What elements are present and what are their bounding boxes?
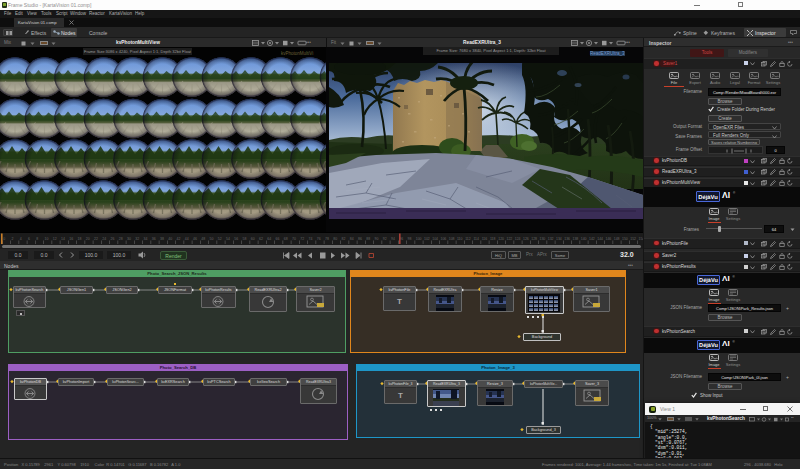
svg-text:6: 6 xyxy=(28,237,30,241)
svg-text:74: 74 xyxy=(308,237,312,241)
svg-text:134: 134 xyxy=(556,237,562,241)
svg-text:36: 36 xyxy=(152,237,156,241)
svg-text:48: 48 xyxy=(201,237,205,241)
svg-text:110: 110 xyxy=(457,237,463,241)
svg-text:136: 136 xyxy=(564,237,570,241)
svg-text:46: 46 xyxy=(193,237,197,241)
svg-text:148: 148 xyxy=(614,237,620,241)
svg-text:2: 2 xyxy=(11,237,13,241)
svg-text:72: 72 xyxy=(300,237,304,241)
svg-text:142: 142 xyxy=(589,237,595,241)
svg-text:60: 60 xyxy=(251,237,255,241)
svg-text:64: 64 xyxy=(267,237,271,241)
svg-text:56: 56 xyxy=(234,237,238,241)
svg-text:58: 58 xyxy=(242,237,246,241)
svg-text:10: 10 xyxy=(44,237,48,241)
svg-text:66: 66 xyxy=(275,237,279,241)
svg-text:86: 86 xyxy=(358,237,362,241)
svg-text:28: 28 xyxy=(119,237,123,241)
svg-text:146: 146 xyxy=(605,237,611,241)
svg-text:42: 42 xyxy=(176,237,180,241)
svg-text:20: 20 xyxy=(86,237,90,241)
svg-text:114: 114 xyxy=(473,237,479,241)
svg-text:90: 90 xyxy=(374,237,378,241)
svg-text:44: 44 xyxy=(185,237,189,241)
svg-text:122: 122 xyxy=(506,237,512,241)
svg-text:138: 138 xyxy=(572,237,578,241)
svg-text:40: 40 xyxy=(168,237,172,241)
svg-text:12: 12 xyxy=(53,237,57,241)
svg-text:118: 118 xyxy=(490,237,496,241)
svg-text:92: 92 xyxy=(383,237,387,241)
svg-text:100: 100 xyxy=(416,237,422,241)
svg-text:14: 14 xyxy=(61,237,65,241)
svg-text:106: 106 xyxy=(440,237,446,241)
svg-text:34: 34 xyxy=(143,237,147,241)
svg-text:102: 102 xyxy=(424,237,430,241)
svg-text:62: 62 xyxy=(259,237,263,241)
svg-text:82: 82 xyxy=(341,237,345,241)
svg-text:152: 152 xyxy=(630,237,636,241)
svg-text:16: 16 xyxy=(69,237,73,241)
svg-text:38: 38 xyxy=(160,237,164,241)
svg-text:108: 108 xyxy=(449,237,455,241)
svg-text:68: 68 xyxy=(284,237,288,241)
svg-text:132: 132 xyxy=(548,237,554,241)
svg-text:8: 8 xyxy=(36,237,38,241)
svg-text:150: 150 xyxy=(622,237,628,241)
svg-text:32: 32 xyxy=(135,237,139,241)
svg-text:80: 80 xyxy=(333,237,337,241)
svg-text:78: 78 xyxy=(325,237,329,241)
svg-text:26: 26 xyxy=(110,237,114,241)
svg-text:30: 30 xyxy=(127,237,131,241)
svg-text:112: 112 xyxy=(465,237,471,241)
svg-text:4: 4 xyxy=(20,237,22,241)
svg-text:54: 54 xyxy=(226,237,230,241)
svg-text:126: 126 xyxy=(523,237,529,241)
svg-text:140: 140 xyxy=(581,237,587,241)
svg-text:52: 52 xyxy=(218,237,222,241)
svg-text:104: 104 xyxy=(432,237,438,241)
svg-text:88: 88 xyxy=(366,237,370,241)
svg-text:76: 76 xyxy=(317,237,321,241)
svg-text:22: 22 xyxy=(94,237,98,241)
svg-text:120: 120 xyxy=(498,237,504,241)
svg-text:124: 124 xyxy=(515,237,521,241)
svg-text:84: 84 xyxy=(350,237,354,241)
svg-text:144: 144 xyxy=(597,237,603,241)
svg-text:50: 50 xyxy=(209,237,213,241)
svg-text:94: 94 xyxy=(391,237,395,241)
svg-text:18: 18 xyxy=(77,237,81,241)
svg-text:70: 70 xyxy=(292,237,296,241)
svg-text:116: 116 xyxy=(482,237,488,241)
svg-text:24: 24 xyxy=(102,237,106,241)
svg-text:130: 130 xyxy=(539,237,545,241)
svg-text:128: 128 xyxy=(531,237,537,241)
svg-text:98: 98 xyxy=(407,237,411,241)
svg-text:0: 0 xyxy=(3,237,5,241)
